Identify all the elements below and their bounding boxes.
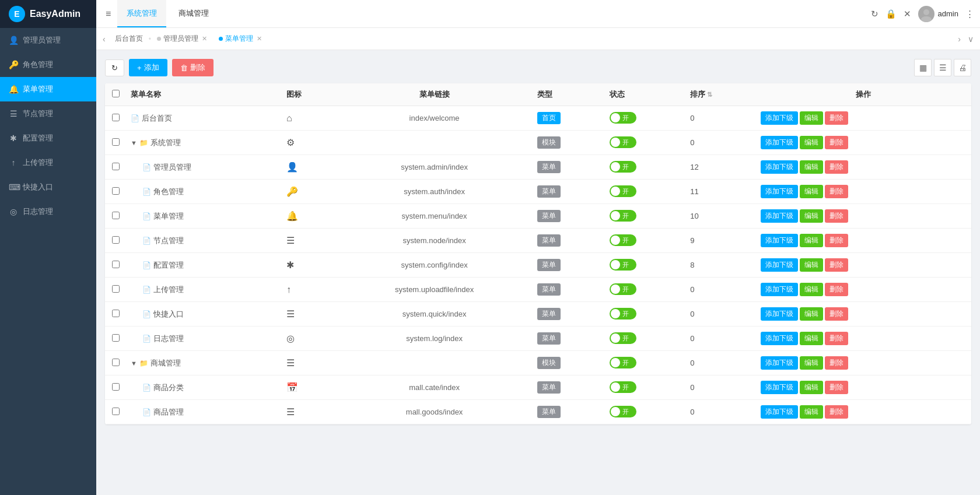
row-checkbox[interactable] (112, 383, 120, 391)
row-checkbox[interactable] (112, 163, 120, 170)
refresh-icon[interactable]: ↻ (871, 9, 878, 19)
edit-button[interactable]: 编辑 (800, 356, 823, 370)
edit-button[interactable]: 编辑 (800, 234, 823, 247)
status-toggle[interactable]: 开 (610, 381, 636, 393)
status-toggle[interactable]: 开 (610, 234, 636, 246)
status-toggle[interactable]: 开 (610, 308, 636, 320)
row-status[interactable]: 开 (605, 106, 685, 131)
tab-system[interactable]: 系统管理 (117, 0, 166, 27)
more-icon[interactable]: ⋮ (965, 9, 974, 19)
row-checkbox[interactable] (112, 285, 120, 293)
row-status[interactable]: 开 (605, 253, 685, 278)
status-toggle[interactable]: 开 (610, 185, 636, 197)
row-status[interactable]: 开 (605, 229, 685, 253)
delete-row-button[interactable]: 删除 (825, 209, 848, 223)
edit-button[interactable]: 编辑 (800, 136, 823, 149)
breadcrumb-next[interactable]: › (954, 32, 964, 46)
close-icon[interactable]: ✕ (904, 9, 911, 19)
row-status[interactable]: 开 (605, 327, 685, 351)
delete-row-button[interactable]: 删除 (825, 258, 848, 272)
row-status[interactable]: 开 (605, 351, 685, 375)
add-sub-button[interactable]: 添加下级 (761, 111, 798, 125)
row-status[interactable]: 开 (605, 155, 685, 180)
status-toggle[interactable]: 开 (610, 283, 636, 295)
add-sub-button[interactable]: 添加下级 (761, 332, 798, 345)
delete-row-button[interactable]: 删除 (825, 234, 848, 247)
add-sub-button[interactable]: 添加下级 (761, 307, 798, 321)
row-checkbox[interactable] (112, 408, 120, 415)
sidebar-logo[interactable]: E EasyAdmin (0, 0, 96, 28)
delete-row-button[interactable]: 删除 (825, 185, 848, 198)
edit-button[interactable]: 编辑 (800, 111, 823, 125)
edit-button[interactable]: 编辑 (800, 160, 823, 174)
row-checkbox[interactable] (112, 187, 120, 195)
row-checkbox[interactable] (112, 359, 120, 366)
delete-row-button[interactable]: 删除 (825, 136, 848, 149)
edit-button[interactable]: 编辑 (800, 405, 823, 419)
lock-icon[interactable]: 🔒 (886, 9, 897, 19)
delete-row-button[interactable]: 删除 (825, 307, 848, 321)
delete-row-button[interactable]: 删除 (825, 111, 848, 125)
delete-row-button[interactable]: 删除 (825, 283, 848, 296)
sidebar-item-quick[interactable]: ⌨ 快捷入口 (0, 175, 96, 199)
edit-button[interactable]: 编辑 (800, 258, 823, 272)
row-checkbox[interactable] (112, 261, 120, 268)
status-toggle[interactable]: 开 (610, 161, 636, 173)
delete-button[interactable]: 🗑 删除 (172, 59, 214, 76)
breadcrumb-close-admin[interactable]: ✕ (202, 35, 207, 43)
status-toggle[interactable]: 开 (610, 136, 636, 148)
delete-row-button[interactable]: 删除 (825, 332, 848, 345)
add-sub-button[interactable]: 添加下级 (761, 160, 798, 174)
add-button[interactable]: + + 添加 添加 (129, 59, 167, 76)
row-status[interactable]: 开 (605, 302, 685, 327)
row-status[interactable]: 开 (605, 375, 685, 400)
row-checkbox[interactable] (112, 310, 120, 317)
status-toggle[interactable]: 开 (610, 406, 636, 417)
add-sub-button[interactable]: 添加下级 (761, 381, 798, 394)
add-sub-button[interactable]: 添加下级 (761, 234, 798, 247)
row-checkbox[interactable] (112, 114, 120, 121)
edit-button[interactable]: 编辑 (800, 283, 823, 296)
sidebar-item-admin[interactable]: 👤 管理员管理 (0, 28, 96, 52)
edit-button[interactable]: 编辑 (800, 209, 823, 223)
status-toggle[interactable]: 开 (610, 357, 636, 368)
add-sub-button[interactable]: 添加下级 (761, 356, 798, 370)
add-sub-button[interactable]: 添加下级 (761, 209, 798, 223)
edit-button[interactable]: 编辑 (800, 381, 823, 394)
sidebar-item-config[interactable]: ✱ 配置管理 (0, 126, 96, 150)
sidebar-item-log[interactable]: ◎ 日志管理 (0, 199, 96, 224)
delete-row-button[interactable]: 删除 (825, 381, 848, 394)
sidebar-item-node[interactable]: ☰ 节点管理 (0, 101, 96, 126)
add-sub-button[interactable]: 添加下级 (761, 405, 798, 419)
breadcrumb-home[interactable]: 后台首页 (109, 31, 149, 46)
sidebar-item-role[interactable]: 🔑 角色管理 (0, 52, 96, 77)
status-toggle[interactable]: 开 (610, 210, 636, 222)
expand-arrow[interactable]: ▼ (131, 139, 137, 146)
add-sub-button[interactable]: 添加下级 (761, 283, 798, 296)
user-area[interactable]: admin (918, 6, 958, 22)
row-checkbox[interactable] (112, 236, 120, 244)
row-checkbox[interactable] (112, 138, 120, 146)
add-sub-button[interactable]: 添加下级 (761, 185, 798, 198)
edit-button[interactable]: 编辑 (800, 332, 823, 345)
row-status[interactable]: 开 (605, 204, 685, 229)
add-sub-button[interactable]: 添加下级 (761, 136, 798, 149)
status-toggle[interactable]: 开 (610, 112, 636, 124)
print-button[interactable]: 🖨 (954, 59, 971, 76)
delete-row-button[interactable]: 删除 (825, 405, 848, 419)
hamburger-icon[interactable]: ≡ (102, 5, 114, 23)
row-status[interactable]: 开 (605, 180, 685, 204)
row-status[interactable]: 开 (605, 400, 685, 424)
add-sub-button[interactable]: 添加下级 (761, 258, 798, 272)
th-order[interactable]: 排序 (685, 83, 755, 106)
row-checkbox[interactable] (112, 334, 120, 342)
view-list-button[interactable]: ☰ (934, 59, 951, 76)
select-all-checkbox[interactable] (112, 90, 120, 97)
edit-button[interactable]: 编辑 (800, 185, 823, 198)
row-checkbox[interactable] (112, 212, 120, 219)
row-status[interactable]: 开 (605, 131, 685, 155)
breadcrumb-close-menu[interactable]: ✕ (257, 35, 262, 43)
tab-mall[interactable]: 商城管理 (169, 0, 218, 27)
delete-row-button[interactable]: 删除 (825, 160, 848, 174)
breadcrumb-prev[interactable]: ‹ (99, 32, 109, 46)
